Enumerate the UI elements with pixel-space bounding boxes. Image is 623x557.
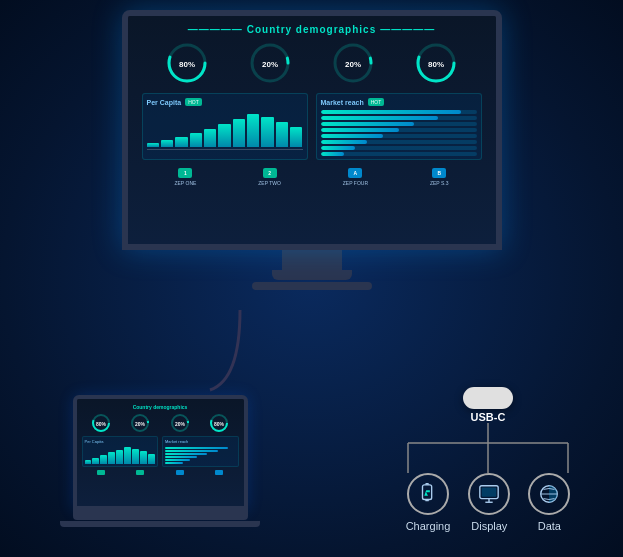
- circle-chart-4: 80%: [414, 41, 458, 85]
- display-item: Display: [468, 473, 510, 532]
- circle-item-1: 80%: [165, 41, 209, 85]
- laptop-market-reach-title: Market reach: [165, 439, 236, 444]
- svg-text:80%: 80%: [214, 421, 225, 427]
- charging-label: Charging: [406, 520, 451, 532]
- circle-item-2: 20%: [248, 41, 292, 85]
- node-box-2: 2: [263, 168, 277, 178]
- svg-text:20%: 20%: [262, 60, 278, 69]
- market-reach-title: Market reach: [321, 99, 364, 106]
- charging-icon-circle: [407, 473, 449, 515]
- bar-8: [247, 114, 259, 147]
- svg-rect-29: [422, 485, 431, 500]
- node-label-3: ZEP FOUR: [343, 180, 368, 186]
- bar-11: [290, 127, 302, 147]
- bar-5: [204, 129, 216, 148]
- usbc-label: USB-C: [471, 411, 506, 423]
- monitor-screen-title: Country demographics: [136, 24, 488, 35]
- circle-item-4: 80%: [414, 41, 458, 85]
- hbar-chart: [321, 110, 477, 155]
- laptop-node-1: [97, 470, 105, 475]
- monitor-screen: Country demographics 80% 20%: [128, 16, 496, 244]
- usbc-connector: [463, 387, 513, 409]
- laptop-base: [60, 521, 260, 527]
- laptop-circle-4: 80%: [209, 413, 229, 433]
- laptop: Country demographics 80% 20% 20%: [60, 395, 260, 527]
- display-icon: [478, 483, 500, 505]
- market-reach-header: Market reach HOT: [321, 98, 477, 106]
- laptop-bar-chart: [85, 446, 156, 464]
- laptop-bottom-bar: [73, 510, 248, 520]
- monitor: Country demographics 80% 20%: [122, 10, 502, 290]
- bar-2: [161, 140, 173, 147]
- nodes-row: 1 ZEP ONE 2 ZEP TWO A ZEP FOUR: [136, 166, 488, 188]
- svg-text:80%: 80%: [179, 60, 195, 69]
- laptop-circle-1: 80%: [91, 413, 111, 433]
- node-box-1: 1: [178, 168, 192, 178]
- circle-item-3: 20%: [331, 41, 375, 85]
- monitor-base: [252, 282, 372, 290]
- node-label-4: ZEP S.3: [430, 180, 449, 186]
- laptop-per-capita: Per Capita: [82, 436, 159, 467]
- node-3: A ZEP FOUR: [343, 168, 368, 186]
- icons-row: Charging Display: [406, 473, 571, 532]
- hbar-row-4: [321, 128, 477, 132]
- svg-text:80%: 80%: [428, 60, 444, 69]
- hbar-row-7: [321, 146, 477, 150]
- per-capita-badge: HOT: [185, 98, 202, 106]
- node-box-3: A: [348, 168, 362, 178]
- usbc-connector-group: USB-C: [463, 387, 513, 423]
- node-4: B ZEP S.3: [430, 168, 449, 186]
- hbar-row-6: [321, 140, 477, 144]
- node-1: 1 ZEP ONE: [174, 168, 196, 186]
- per-capita-title: Per Capita: [147, 99, 182, 106]
- bar-10: [276, 122, 288, 147]
- svg-marker-32: [424, 490, 430, 496]
- data-label: Data: [538, 520, 561, 532]
- monitor-stand: [272, 270, 352, 280]
- svg-rect-30: [425, 483, 429, 485]
- hbar-row-8: [321, 152, 477, 156]
- laptop-charts: Per Capita Market reach: [82, 436, 239, 467]
- hbar-row-5: [321, 134, 477, 138]
- svg-text:20%: 20%: [345, 60, 361, 69]
- svg-text:20%: 20%: [175, 421, 186, 427]
- laptop-node-2: [136, 470, 144, 475]
- laptop-node-3: [176, 470, 184, 475]
- bar-9: [261, 117, 273, 147]
- data-icon-circle: [528, 473, 570, 515]
- svg-text:20%: 20%: [135, 421, 146, 427]
- hbar-row-1: [321, 110, 477, 114]
- data-icon: [538, 483, 560, 505]
- market-reach-badge: HOT: [368, 98, 385, 106]
- charging-icon: [417, 483, 439, 505]
- circle-chart-3: 20%: [331, 41, 375, 85]
- node-label-1: ZEP ONE: [174, 180, 196, 186]
- node-box-4: B: [432, 168, 446, 178]
- hbar-row-3: [321, 122, 477, 126]
- node-2: 2 ZEP TWO: [258, 168, 281, 186]
- laptop-screen: Country demographics 80% 20% 20%: [77, 399, 244, 506]
- bar-chart: [147, 110, 303, 150]
- per-capita-header: Per Capita HOT: [147, 98, 303, 106]
- circle-chart-2: 20%: [248, 41, 292, 85]
- node-label-2: ZEP TWO: [258, 180, 281, 186]
- circles-row: 80% 20% 20%: [136, 41, 488, 85]
- svg-rect-36: [482, 488, 497, 497]
- bar-7: [233, 119, 245, 147]
- laptop-hbar-chart: [165, 446, 236, 464]
- charging-item: Charging: [406, 473, 451, 532]
- display-icon-circle: [468, 473, 510, 515]
- laptop-title: Country demographics: [82, 404, 239, 410]
- svg-text:80%: 80%: [96, 421, 107, 427]
- usbc-tree-svg: [388, 423, 588, 473]
- monitor-neck: [282, 250, 342, 270]
- data-item: Data: [528, 473, 570, 532]
- laptop-node-4: [215, 470, 223, 475]
- bar-1: [147, 143, 159, 147]
- laptop-circle-2: 20%: [130, 413, 150, 433]
- circle-chart-1: 80%: [165, 41, 209, 85]
- svg-rect-31: [425, 500, 429, 502]
- per-capita-chart: Per Capita HOT: [142, 93, 308, 160]
- monitor-frame: Country demographics 80% 20%: [122, 10, 502, 250]
- display-label: Display: [471, 520, 507, 532]
